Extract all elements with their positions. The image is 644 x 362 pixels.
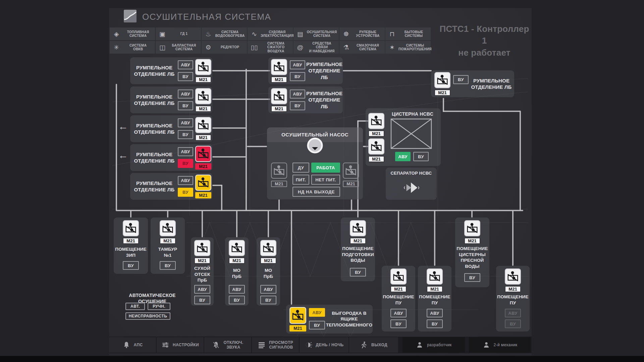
- avu-button[interactable]: АВУ: [390, 309, 407, 317]
- sensor-tag: М21: [194, 257, 210, 264]
- avu-button[interactable]: АВУ: [178, 147, 193, 156]
- avu-button[interactable]: АВУ: [260, 285, 276, 294]
- gear-icon: ⚙: [203, 44, 213, 51]
- auto-mode-button[interactable]: АВТ.: [125, 303, 145, 310]
- user-developer[interactable]: разработчик: [402, 337, 465, 353]
- level-sensor[interactable]: [368, 138, 384, 155]
- vu-button[interactable]: ВУ: [464, 273, 480, 282]
- level-sensor[interactable]: [194, 240, 210, 256]
- avu-button[interactable]: АВУ: [229, 285, 245, 294]
- nav-ballast-system[interactable]: ◫ БАЛЛАСТНАЯ СИСТЕМА: [156, 41, 201, 54]
- avu-button[interactable]: АВУ: [290, 60, 305, 69]
- level-sensor[interactable]: [390, 268, 407, 285]
- vu-button[interactable]: ВУ: [350, 268, 366, 277]
- toolbar-aps-button[interactable]: АПС: [109, 337, 156, 353]
- pipe: [247, 146, 267, 147]
- level-sensor[interactable]: [195, 59, 211, 75]
- nav-firefighting-systems[interactable]: ✶ СИСТЕМЫ ПОЖАРОТУШЕНИЯ: [385, 41, 431, 54]
- user-mechanic[interactable]: 2-й механик: [469, 337, 531, 353]
- vu-button[interactable]: ВУ: [123, 261, 139, 270]
- vu-button[interactable]: ВУ: [178, 101, 193, 110]
- vu-button[interactable]: ВУ: [260, 296, 276, 304]
- toolbar-exit-button[interactable]: ВЫХОД: [349, 337, 398, 353]
- exit-run-icon: [360, 341, 368, 349]
- level-sensor[interactable]: [195, 117, 211, 133]
- avu-button[interactable]: АВУ: [178, 89, 193, 99]
- level-sensor[interactable]: [160, 220, 176, 236]
- day-night-icon: [304, 341, 312, 349]
- avu-button[interactable]: АВУ: [395, 152, 411, 161]
- level-sensor-alarm[interactable]: [195, 146, 211, 162]
- level-sensor-warning[interactable]: [195, 175, 211, 191]
- separator-icon[interactable]: [403, 180, 420, 195]
- vu-button[interactable]: ВУ: [453, 75, 469, 84]
- extinguisher-icon: ✶: [387, 44, 397, 51]
- nav-water-heating[interactable]: ♨ СИСТЕМА ВОДООБОГРЕВА: [202, 27, 247, 40]
- nav-comms-navigation[interactable]: @ СРЕДСТВА СВЯЗИ И НАВЕДЕНИЯ: [293, 41, 339, 54]
- vu-button[interactable]: ВУ: [178, 188, 193, 197]
- vu-button[interactable]: ВУ: [194, 296, 210, 304]
- level-sensor[interactable]: [271, 59, 287, 75]
- sensor-tag: М21: [123, 238, 139, 244]
- vu-button[interactable]: ВУ: [290, 101, 305, 110]
- manual-mode-button[interactable]: РУЧН.: [148, 303, 170, 310]
- nav-hvac-system[interactable]: ✳ СИСТЕМА ОВКВ: [110, 41, 155, 54]
- level-sensor[interactable]: [434, 72, 450, 88]
- nav-power-plant[interactable]: ∿ СУДОВАЯ ЭЛЕКТРОСТАНЦИЯ: [248, 27, 293, 40]
- level-sensor[interactable]: [195, 88, 211, 104]
- toolbar-mute-button[interactable]: ОТКЛЮЧ. ЗВУКА: [204, 337, 251, 353]
- toolbar-signals-button[interactable]: ПРОСМОТР СИГНАЛОВ: [252, 337, 299, 353]
- vu-button[interactable]: ВУ: [427, 319, 443, 328]
- vu-button[interactable]: ВУ: [413, 152, 429, 161]
- pump-icon[interactable]: [306, 137, 324, 154]
- nav-lubrication-system[interactable]: ⚗ СМАЗОЧНАЯ СИСТЕМА: [339, 41, 385, 54]
- level-sensor[interactable]: [260, 240, 276, 256]
- avu-button[interactable]: АВУ: [178, 118, 193, 127]
- level-sensor[interactable]: [229, 240, 245, 256]
- level-sensor[interactable]: [464, 220, 480, 236]
- level-sensor[interactable]: [368, 113, 384, 129]
- level-sensor[interactable]: [271, 163, 287, 179]
- avu-button[interactable]: АВУ: [178, 176, 193, 185]
- nav-main-engine[interactable]: ▣ ГД 1: [156, 27, 201, 40]
- nav-domestic-systems[interactable]: ⊓ БЫТОВЫЕ СИСТЕМЫ: [385, 27, 431, 40]
- user-icon: [416, 341, 424, 349]
- level-sensor[interactable]: [350, 220, 366, 236]
- vu-button[interactable]: ВУ: [505, 319, 521, 328]
- toolbar-daynight-button[interactable]: ДЕНЬ / НОЧЬ: [300, 337, 348, 353]
- avu-button[interactable]: АВУ: [194, 285, 210, 294]
- nav-steering-gear[interactable]: ☸ РУЛЕВЫЕ УСТРОЙСТВА: [339, 27, 385, 40]
- nav-reducer[interactable]: ⚙ РЕДУКТОР: [202, 41, 247, 54]
- avu-button[interactable]: АВУ: [309, 308, 325, 317]
- level-sensor[interactable]: [505, 268, 521, 285]
- avu-button[interactable]: АВУ: [427, 309, 443, 317]
- vu-button[interactable]: ВУ: [160, 261, 176, 270]
- level-sensor[interactable]: [123, 220, 139, 236]
- nav-fuel-system[interactable]: ◈ ТОПЛИВНАЯ СИСТЕМА: [110, 27, 155, 40]
- user-icon: [482, 341, 490, 349]
- nav-compressed-air[interactable]: ▯▯ СИСТЕМА СЖАТОГО ВОЗДУХА: [248, 41, 293, 54]
- avu-button[interactable]: АВУ: [505, 309, 521, 317]
- avu-button[interactable]: АВУ: [290, 89, 305, 99]
- level-sensor[interactable]: [271, 88, 287, 104]
- level-sensor-warning[interactable]: [289, 307, 306, 324]
- vu-button[interactable]: ВУ: [178, 159, 193, 168]
- signal-list-icon: [258, 341, 266, 349]
- sensor-tag: М21: [350, 238, 366, 244]
- vu-button[interactable]: ВУ: [229, 296, 245, 304]
- avu-button[interactable]: АВУ: [178, 60, 193, 69]
- nav-drainage-system[interactable]: ▤ ОСУШИТЕЛЬНАЯ СИСТЕМА: [293, 27, 339, 40]
- remote-control-indicator[interactable]: ДУ: [292, 163, 309, 173]
- vu-button[interactable]: ВУ: [390, 319, 407, 328]
- level-sensor[interactable]: [427, 268, 443, 285]
- vu-button[interactable]: ВУ: [309, 321, 325, 329]
- sensor-tag: М21: [195, 106, 211, 112]
- user-name: разработчик: [427, 343, 451, 347]
- vu-button[interactable]: ВУ: [290, 72, 305, 81]
- vu-button[interactable]: ВУ: [178, 130, 193, 139]
- toolbar-settings-button[interactable]: НАСТРОЙКИ: [157, 337, 204, 353]
- level-sensor[interactable]: [343, 163, 359, 179]
- vu-button[interactable]: ВУ: [178, 72, 193, 81]
- sensor-tag: М21: [195, 192, 211, 198]
- sensor-tag: М21: [271, 181, 287, 187]
